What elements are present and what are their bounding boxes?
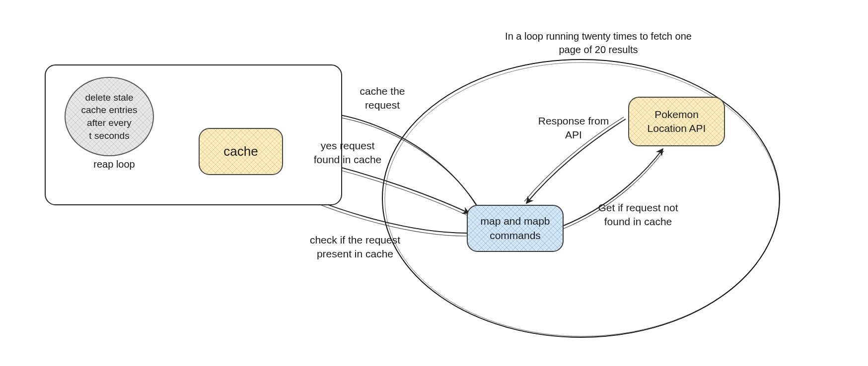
label-response-from-api: Response from API: [526, 114, 621, 142]
commands-node: map and mapb commands: [467, 205, 564, 252]
api-node: Pokemon Location API: [628, 97, 725, 146]
edge-get-if-not-found: [564, 149, 664, 229]
commands-label: map and mapb commands: [480, 214, 550, 243]
cache-label: cache: [223, 143, 258, 160]
loop-caption: In a loop running twenty times to fetch …: [482, 30, 715, 57]
api-label: Pokemon Location API: [648, 108, 706, 136]
edge-response-from-api: [524, 117, 626, 203]
label-cache-the-request: cache the request: [340, 84, 425, 113]
label-get-if-not-found: Get if request not found in cache: [576, 201, 700, 229]
cache-node: cache: [199, 128, 283, 175]
reap-loop-node: delete stale cache entries after every t…: [65, 77, 154, 156]
label-check-present: check if the request present in cache: [288, 233, 422, 261]
diagram-stage: { "loop_caption": "In a loop running twe…: [0, 0, 868, 366]
reap-loop-text: delete stale cache entries after every t…: [81, 91, 137, 142]
